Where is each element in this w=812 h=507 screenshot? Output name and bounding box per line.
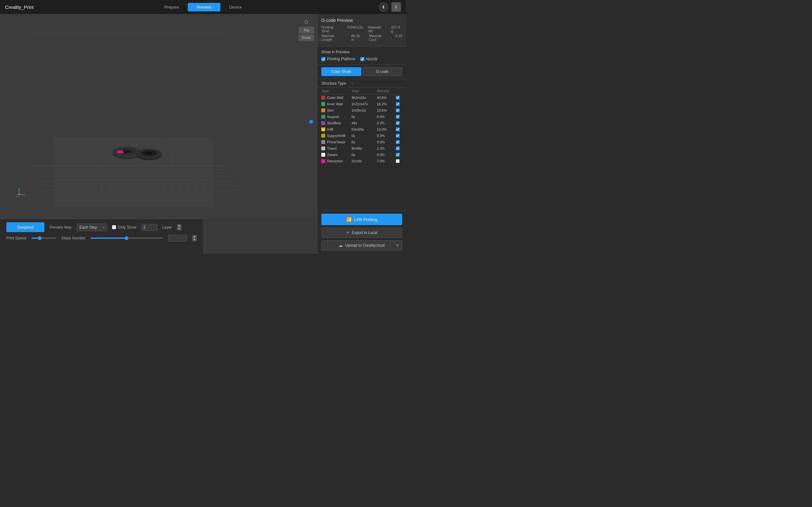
type-cell: Zseam — [321, 153, 351, 157]
table-row: SupportInfill 0s 0.0% — [321, 132, 402, 139]
type-name: Inner Wall — [327, 102, 342, 106]
color-swatch — [321, 102, 325, 106]
table-row: Retraction 31m9s 7.0% — [321, 158, 402, 164]
type-cell: Skin — [321, 108, 351, 112]
table-row: Outer Wall 3h2m42s 40.8% — [321, 95, 402, 101]
lan-printing-button[interactable]: 📶 LAN Printing — [321, 214, 402, 225]
table-row: SkirtBrim 43s 0.2% — [321, 120, 402, 126]
type-name: PrimeTower — [327, 140, 345, 144]
only-show-input[interactable] — [142, 224, 157, 231]
material-length-label: Material Length: — [321, 34, 346, 42]
table-row: Support 0s 0.0% — [321, 114, 402, 120]
front-view-button[interactable]: Front — [299, 35, 314, 41]
row-checkbox[interactable] — [396, 147, 400, 150]
print-speed-slider[interactable] — [32, 237, 56, 239]
download-button[interactable]: ⬇ — [379, 2, 388, 12]
only-show-checkbox-label: Only Show — [112, 225, 137, 230]
svg-point-47 — [123, 150, 131, 153]
material-cost-value: 5.15 — [395, 34, 402, 42]
type-name: Infill — [327, 127, 333, 131]
table-row: Inner Wall 1h21m47s 18.2% — [321, 101, 402, 107]
upload-to-cloud-button[interactable]: ☁ Upload to Crealitycloud ▼ — [321, 240, 402, 250]
percent-value: 12.0% — [377, 127, 396, 131]
nav-bar: Prepare Preview Device — [155, 3, 251, 11]
type-cell: SkirtBrim — [321, 121, 351, 125]
type-cell: Retraction — [321, 159, 351, 163]
layer-spinner: ▲ ▼ — [177, 224, 181, 230]
export-to-local-button[interactable]: ↗ Export to Local — [321, 228, 402, 238]
table-body: Outer Wall 3h2m42s 40.8% Inner Wall 1h21… — [321, 95, 402, 164]
export-icon: ↗ — [346, 230, 349, 235]
steps-up-button[interactable]: ▲ — [192, 235, 197, 238]
percent-value: 0.2% — [377, 121, 396, 125]
layer-up-button[interactable]: ▲ — [177, 224, 181, 227]
row-checkbox[interactable] — [396, 115, 400, 119]
structure-type-label: Structure Type — [321, 81, 346, 86]
home-view-button[interactable]: ⌂ — [299, 17, 314, 26]
type-name: Retraction — [327, 159, 343, 163]
only-show-label: Only Show — [118, 225, 137, 230]
percent-value: 18.2% — [377, 102, 396, 106]
type-cell: SupportInfill — [321, 134, 351, 137]
percent-value: 19.6% — [377, 108, 396, 112]
color-swatch — [321, 115, 325, 119]
action-buttons: 📶 LAN Printing ↗ Export to Local ☁ Uploa… — [318, 210, 406, 253]
nozzle-checkbox[interactable] — [360, 57, 365, 61]
type-cell: Support — [321, 115, 351, 119]
printing-platform-checkbox[interactable] — [321, 57, 325, 61]
color-show-tab[interactable]: Color Show — [321, 67, 361, 76]
wifi-icon: 📶 — [346, 217, 352, 222]
structure-type-select[interactable] — [348, 81, 354, 86]
row-checkbox[interactable] — [396, 108, 400, 112]
top-view-button[interactable]: Top — [299, 27, 314, 33]
layer-down-button[interactable]: ▼ — [177, 227, 181, 230]
upload-label: Upload to Crealitycloud — [345, 243, 384, 248]
color-swatch — [321, 159, 325, 163]
nav-device[interactable]: Device — [220, 3, 251, 11]
only-show-checkbox[interactable] — [112, 225, 116, 229]
material-length-value: 86.30 m — [351, 34, 364, 42]
row-checkbox[interactable] — [396, 127, 400, 131]
cloud-icon: ☁ — [339, 243, 342, 248]
nav-preview[interactable]: Preview — [188, 3, 220, 11]
gcode-tab[interactable]: G-code — [363, 67, 402, 76]
bottom-row-2: Print Speed Steps Number 94 ▲ ▼ — [6, 235, 197, 242]
layer-slider[interactable] — [309, 119, 313, 124]
row-checkbox[interactable] — [396, 121, 400, 125]
preview-way-select[interactable]: Each Step Each Layer — [77, 224, 107, 231]
gcode-preview-section: G-code Preview Printing Time: 7h28m12s M… — [318, 14, 406, 47]
nav-prepare[interactable]: Prepare — [155, 3, 188, 11]
material-wt-value: 257.4 g — [391, 25, 402, 33]
row-checkbox[interactable] — [396, 134, 400, 137]
steps-slider[interactable] — [91, 237, 163, 239]
percent-value: 0.0% — [377, 115, 396, 119]
row-checkbox[interactable] — [396, 96, 400, 100]
time-value: 1h21m47s — [351, 102, 377, 106]
type-name: SupportInfill — [327, 134, 345, 137]
time-value: 0s — [351, 140, 377, 144]
show-in-preview-title: Show in Preview — [321, 50, 402, 54]
time-value: 9m46s — [351, 147, 377, 150]
structure-table: Type Time Percent Outer Wall 3h2m42s 40.… — [318, 88, 406, 210]
suspend-button[interactable]: Suspend — [6, 222, 44, 232]
time-value: 0s — [351, 115, 377, 119]
row-checkbox[interactable] — [396, 102, 400, 106]
time-value: 31m9s — [351, 159, 377, 163]
row-checkbox[interactable] — [396, 153, 400, 157]
type-cell: Inner Wall — [321, 102, 351, 106]
col-percent: Percent — [377, 89, 396, 93]
viewport-3d[interactable]: ⌂ Top Front Suspend Preview Way Each Ste… — [0, 14, 317, 253]
svg-point-51 — [146, 152, 152, 155]
steps-number-input[interactable]: 94 — [168, 235, 187, 242]
color-swatch — [321, 153, 325, 157]
time-value: 43s — [351, 121, 377, 125]
percent-value: 0.0% — [377, 140, 396, 144]
main-layout: ⌂ Top Front Suspend Preview Way Each Ste… — [0, 14, 406, 253]
row-checkbox[interactable] — [396, 140, 400, 144]
color-swatch — [321, 96, 325, 100]
avatar[interactable]: C — [391, 2, 401, 12]
gcode-preview-title: G-code Preview — [321, 18, 402, 23]
steps-down-button[interactable]: ▼ — [192, 238, 197, 241]
row-checkbox[interactable] — [396, 159, 400, 163]
bottom-row-1: Suspend Preview Way Each Step Each Layer… — [6, 222, 197, 232]
